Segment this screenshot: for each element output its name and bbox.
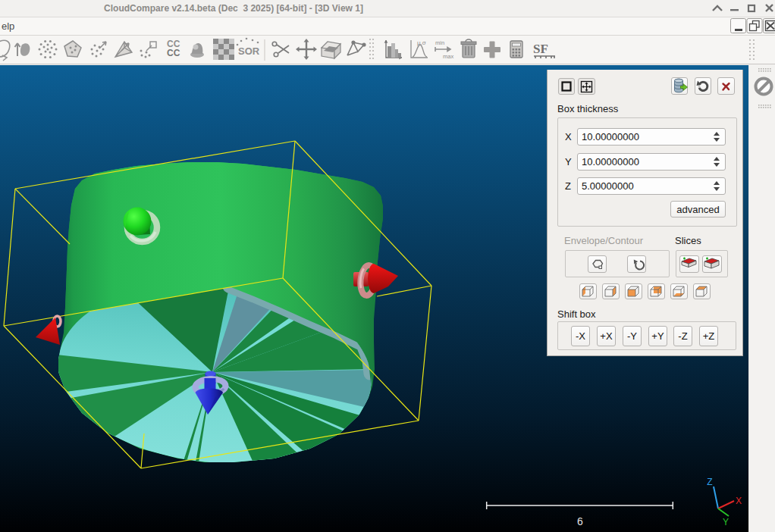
svg-text:CC: CC (167, 48, 180, 58)
svg-text:SF: SF (533, 42, 548, 56)
svg-text:Y: Y (723, 517, 729, 527)
svg-text:max: max (443, 53, 453, 60)
svg-text:X: X (736, 496, 742, 506)
svg-text:Z: Z (707, 477, 712, 487)
svg-text:μ,σ: μ,σ (417, 39, 426, 46)
svg-text:min: min (435, 39, 444, 46)
svg-text:6: 6 (577, 515, 583, 527)
svg-text:SOR: SOR (238, 45, 260, 57)
